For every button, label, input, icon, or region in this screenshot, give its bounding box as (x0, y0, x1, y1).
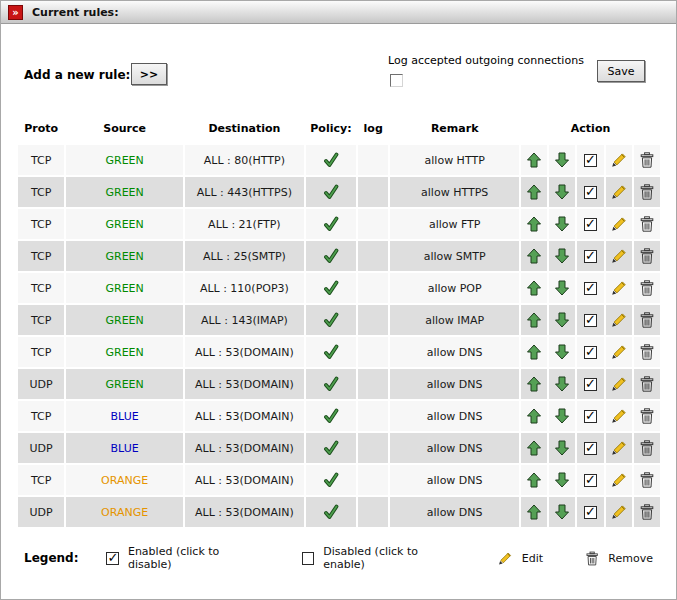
edit-cell[interactable] (606, 177, 632, 207)
policy-allow-check-icon (323, 312, 339, 328)
delete-cell[interactable] (634, 177, 660, 207)
remark-cell: allow DNS (390, 497, 519, 527)
move-up-cell[interactable] (521, 209, 547, 239)
move-up-cell[interactable] (521, 145, 547, 175)
save-button[interactable]: Save (597, 60, 645, 82)
delete-cell[interactable] (634, 145, 660, 175)
move-up-cell[interactable] (521, 401, 547, 431)
move-up-cell[interactable] (521, 337, 547, 367)
destination-cell: ALL : 53(DOMAIN) (185, 401, 304, 431)
move-down-icon (554, 408, 570, 424)
log-connections-checkbox[interactable] (390, 74, 403, 87)
edit-pencil-icon (611, 280, 627, 296)
move-up-cell[interactable] (521, 177, 547, 207)
policy-cell (306, 145, 356, 175)
log-cell (358, 369, 388, 399)
remark-cell: allow DNS (390, 337, 519, 367)
edit-cell[interactable] (606, 369, 632, 399)
move-up-cell[interactable] (521, 241, 547, 271)
log-cell (358, 305, 388, 335)
enabled-toggle-cell[interactable] (577, 209, 603, 239)
edit-cell[interactable] (606, 241, 632, 271)
move-down-icon (554, 440, 570, 456)
edit-cell[interactable] (606, 401, 632, 431)
move-up-icon (526, 280, 542, 296)
destination-cell: ALL : 53(DOMAIN) (185, 337, 304, 367)
move-down-cell[interactable] (549, 433, 575, 463)
edit-cell[interactable] (606, 337, 632, 367)
move-up-icon (526, 184, 542, 200)
move-down-icon (554, 152, 570, 168)
policy-cell (306, 401, 356, 431)
move-down-cell[interactable] (549, 401, 575, 431)
move-down-cell[interactable] (549, 369, 575, 399)
edit-pencil-icon (611, 344, 627, 360)
delete-cell[interactable] (634, 497, 660, 527)
enabled-toggle-cell[interactable] (577, 241, 603, 271)
enabled-toggle-cell[interactable] (577, 337, 603, 367)
move-down-cell[interactable] (549, 241, 575, 271)
delete-cell[interactable] (634, 369, 660, 399)
trash-icon (639, 280, 655, 296)
destination-cell: ALL : 443(HTTPS) (185, 177, 304, 207)
edit-cell[interactable] (606, 273, 632, 303)
move-down-cell[interactable] (549, 305, 575, 335)
enabled-toggle-cell[interactable] (577, 465, 603, 495)
move-down-cell[interactable] (549, 177, 575, 207)
move-up-icon (526, 408, 542, 424)
enabled-toggle-cell[interactable] (577, 273, 603, 303)
policy-allow-check-icon (323, 408, 339, 424)
table-row: TCP GREEN ALL : 110(POP3) allow POP (18, 273, 660, 303)
move-up-cell[interactable] (521, 305, 547, 335)
enabled-checkbox-icon (584, 506, 597, 519)
move-down-cell[interactable] (549, 465, 575, 495)
table-row: TCP GREEN ALL : 53(DOMAIN) allow DNS (18, 337, 660, 367)
edit-cell[interactable] (606, 465, 632, 495)
enabled-toggle-cell[interactable] (577, 305, 603, 335)
delete-cell[interactable] (634, 241, 660, 271)
legend-disabled-label: Disabled (click to enable) (323, 545, 456, 571)
move-down-cell[interactable] (549, 497, 575, 527)
page-title: Current rules: (32, 6, 119, 19)
enabled-toggle-cell[interactable] (577, 497, 603, 527)
enabled-toggle-cell[interactable] (577, 145, 603, 175)
table-row: UDP GREEN ALL : 53(DOMAIN) allow DNS (18, 369, 660, 399)
delete-cell[interactable] (634, 305, 660, 335)
enabled-checkbox-icon (584, 474, 597, 487)
move-down-cell[interactable] (549, 337, 575, 367)
delete-cell[interactable] (634, 433, 660, 463)
delete-cell[interactable] (634, 465, 660, 495)
enabled-toggle-cell[interactable] (577, 177, 603, 207)
proto-cell: TCP (18, 305, 64, 335)
enabled-checkbox-icon (584, 442, 597, 455)
delete-cell[interactable] (634, 209, 660, 239)
move-down-cell[interactable] (549, 273, 575, 303)
add-rule-button[interactable]: >> (131, 63, 167, 85)
delete-cell[interactable] (634, 273, 660, 303)
move-down-icon (554, 184, 570, 200)
legend-label: Legend: (24, 551, 78, 565)
move-up-cell[interactable] (521, 465, 547, 495)
enabled-toggle-cell[interactable] (577, 433, 603, 463)
move-down-cell[interactable] (549, 145, 575, 175)
edit-cell[interactable] (606, 433, 632, 463)
trash-icon (639, 344, 655, 360)
policy-cell (306, 465, 356, 495)
edit-pencil-icon (611, 216, 627, 232)
remark-cell: allow DNS (390, 465, 519, 495)
edit-cell[interactable] (606, 145, 632, 175)
delete-cell[interactable] (634, 401, 660, 431)
delete-cell[interactable] (634, 337, 660, 367)
enabled-toggle-cell[interactable] (577, 401, 603, 431)
move-up-cell[interactable] (521, 369, 547, 399)
move-up-cell[interactable] (521, 273, 547, 303)
edit-cell[interactable] (606, 497, 632, 527)
policy-allow-check-icon (323, 344, 339, 360)
move-up-cell[interactable] (521, 433, 547, 463)
remark-cell: allow DNS (390, 433, 519, 463)
enabled-toggle-cell[interactable] (577, 369, 603, 399)
move-down-cell[interactable] (549, 209, 575, 239)
edit-cell[interactable] (606, 305, 632, 335)
edit-cell[interactable] (606, 209, 632, 239)
move-up-cell[interactable] (521, 497, 547, 527)
